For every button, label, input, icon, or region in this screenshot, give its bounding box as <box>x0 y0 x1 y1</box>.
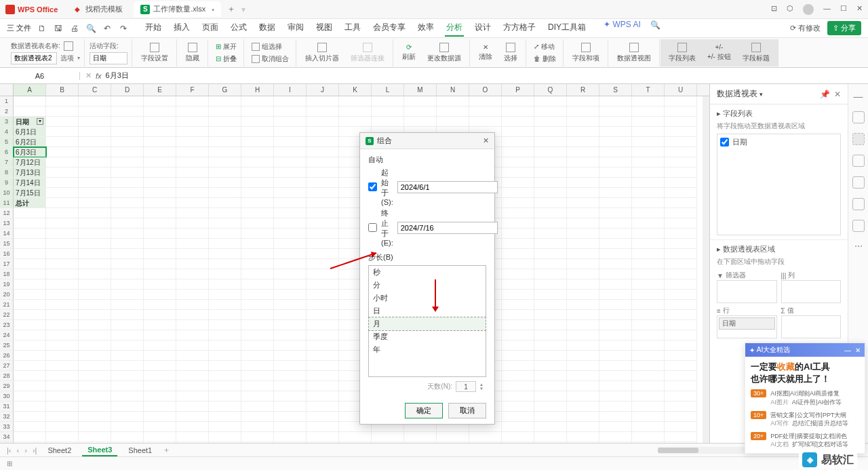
cell[interactable] <box>144 402 176 412</box>
cell[interactable] <box>111 208 144 218</box>
cell[interactable] <box>632 96 665 106</box>
cell[interactable] <box>534 381 567 391</box>
cell[interactable] <box>469 96 502 106</box>
row-header[interactable]: 12 <box>0 208 14 218</box>
col-header[interactable]: H <box>241 84 274 96</box>
cell[interactable] <box>209 310 241 320</box>
cell[interactable] <box>46 127 79 137</box>
row-header[interactable]: 22 <box>0 310 14 320</box>
cell[interactable] <box>599 432 632 442</box>
step-item-month[interactable]: 月 <box>368 317 486 331</box>
cell[interactable] <box>46 279 79 290</box>
cell[interactable] <box>534 218 567 229</box>
cell[interactable] <box>14 239 46 249</box>
cell[interactable] <box>632 127 665 137</box>
cell[interactable] <box>14 300 46 310</box>
cell[interactable] <box>502 127 534 137</box>
expand-button[interactable]: ⊞展开 <box>213 41 239 52</box>
cell[interactable] <box>534 249 567 259</box>
cell[interactable] <box>14 229 46 239</box>
cell[interactable] <box>176 269 209 279</box>
cell[interactable] <box>274 290 307 300</box>
cell[interactable] <box>502 422 534 432</box>
row-header[interactable]: 21 <box>0 300 14 310</box>
preview-icon[interactable]: 🔍 <box>85 23 96 34</box>
cell[interactable] <box>46 269 79 279</box>
cell[interactable] <box>632 259 665 269</box>
cell[interactable] <box>599 106 632 117</box>
tab-data[interactable]: 数据 <box>258 20 277 37</box>
cell[interactable] <box>46 442 79 443</box>
cell[interactable] <box>111 178 144 188</box>
cell[interactable] <box>209 290 241 300</box>
cell[interactable] <box>372 432 404 442</box>
step-item-hour[interactable]: 小时 <box>369 292 486 305</box>
end-checkbox[interactable] <box>368 223 377 232</box>
cell[interactable] <box>274 249 307 259</box>
cell[interactable] <box>241 188 274 198</box>
cell[interactable] <box>372 106 404 117</box>
cell[interactable] <box>665 127 697 137</box>
col-header[interactable]: L <box>372 84 404 96</box>
cell[interactable] <box>599 239 632 249</box>
cell[interactable] <box>46 229 79 239</box>
cell[interactable] <box>176 371 209 381</box>
cell[interactable] <box>665 310 697 320</box>
cell[interactable] <box>241 432 274 442</box>
cell[interactable] <box>567 279 599 290</box>
sheet-nav-first[interactable]: |‹ <box>7 446 12 454</box>
cell[interactable] <box>46 402 79 412</box>
cell[interactable] <box>46 249 79 259</box>
cell[interactable] <box>209 412 241 422</box>
rail-collapse-icon[interactable]: — <box>854 91 863 102</box>
cell[interactable] <box>665 320 697 330</box>
cell[interactable] <box>567 310 599 320</box>
field-list-button[interactable]: 字段列表 <box>665 41 700 64</box>
cell[interactable] <box>665 188 697 198</box>
cell[interactable] <box>209 218 241 229</box>
filter-zone[interactable] <box>717 280 777 303</box>
cell[interactable] <box>111 442 144 443</box>
cell[interactable] <box>144 361 176 371</box>
row-header[interactable]: 4 <box>0 127 14 137</box>
cell[interactable] <box>274 340 307 351</box>
cell[interactable] <box>176 279 209 290</box>
end-input[interactable] <box>397 222 498 234</box>
cell[interactable] <box>502 137 534 147</box>
tab-templates[interactable]: ◆ 找稻壳模板 <box>66 1 130 17</box>
cell[interactable] <box>14 412 46 422</box>
cell[interactable] <box>274 391 307 402</box>
cell[interactable] <box>534 361 567 371</box>
cell[interactable] <box>274 432 307 442</box>
row-header[interactable]: 29 <box>0 381 14 391</box>
cell[interactable] <box>632 279 665 290</box>
cell[interactable] <box>111 412 144 422</box>
col-header[interactable]: F <box>176 84 209 96</box>
col-header[interactable]: E <box>144 84 176 96</box>
cell[interactable] <box>632 320 665 330</box>
cell[interactable] <box>274 117 307 127</box>
cell[interactable] <box>339 432 372 442</box>
cell[interactable] <box>79 412 111 422</box>
cell[interactable] <box>599 412 632 422</box>
cell[interactable] <box>502 391 534 402</box>
cell[interactable] <box>79 117 111 127</box>
cell[interactable] <box>599 442 632 443</box>
cell[interactable] <box>339 117 372 127</box>
cell[interactable] <box>79 178 111 188</box>
cell[interactable] <box>665 279 697 290</box>
cell[interactable] <box>111 168 144 178</box>
cell[interactable] <box>209 117 241 127</box>
row-header[interactable]: 32 <box>0 412 14 422</box>
cell[interactable] <box>632 239 665 249</box>
cell[interactable] <box>14 96 46 106</box>
cell[interactable] <box>599 188 632 198</box>
cell[interactable] <box>144 96 176 106</box>
cell[interactable] <box>274 157 307 168</box>
cell[interactable] <box>632 117 665 127</box>
row-header[interactable]: 11 <box>0 198 14 208</box>
cell[interactable] <box>307 422 339 432</box>
cell[interactable] <box>209 208 241 218</box>
pivot-name-input[interactable] <box>11 52 57 64</box>
cell[interactable] <box>404 442 437 443</box>
